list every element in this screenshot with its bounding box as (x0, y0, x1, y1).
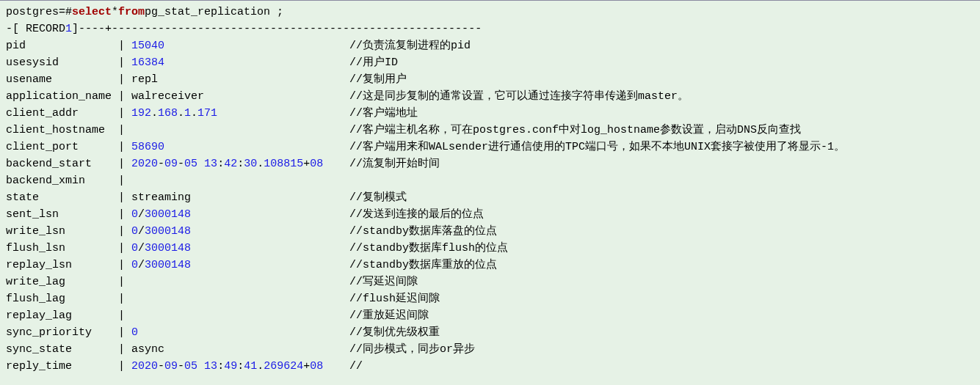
record-row-client-addr: client_addr| 192.168.1.171//客户端地址 (6, 105, 974, 122)
field-value: 0 (131, 324, 349, 341)
field-comment: //流复制开始时间 (349, 155, 440, 172)
field-name: flush_lsn (6, 240, 118, 257)
field-comment: //负责流复制进程的pid (349, 37, 471, 54)
column-separator: | (118, 240, 131, 257)
column-separator: | (118, 172, 131, 189)
field-name: flush_lag (6, 290, 118, 307)
psql-prompt: postgres=# (6, 4, 72, 21)
record-row-reply-time: reply_time| 2020-09-05 13:49:41.269624+0… (6, 358, 974, 375)
record-row-flush-lsn: flush_lsn| 0/3000148//standby数据库flush的位点 (6, 240, 974, 257)
terminal-output: postgres=# select * from pg_stat_replica… (6, 4, 974, 375)
field-comment: //发送到连接的最后的位点 (349, 206, 484, 223)
column-separator: | (118, 139, 131, 155)
keyword-select: select (72, 4, 112, 21)
column-separator: | (118, 274, 131, 290)
field-comment: //写延迟间隙 (349, 274, 418, 290)
field-comment: //用户ID (349, 54, 398, 71)
column-separator: | (118, 54, 131, 71)
field-value (131, 290, 349, 307)
field-name: pid (6, 37, 118, 54)
field-value: streaming (131, 189, 349, 206)
column-separator: | (118, 307, 131, 324)
field-comment: //复制用户 (349, 71, 407, 88)
field-value (131, 122, 349, 139)
field-name: client_hostname (6, 122, 118, 139)
field-value (131, 307, 349, 324)
field-name: client_addr (6, 105, 118, 122)
field-name: sent_lsn (6, 206, 118, 223)
field-value: 16384 (131, 54, 349, 71)
field-name: usesysid (6, 54, 118, 71)
field-comment: //这是同步复制的通常设置，它可以通过连接字符串传递到master。 (349, 88, 689, 105)
field-value: 58690 (131, 139, 349, 155)
column-separator: | (118, 341, 131, 358)
record-row-state: state| streaming//复制模式 (6, 189, 974, 206)
column-separator: | (118, 155, 131, 172)
record-row-client-port: client_port| 58690//客户端用来和WALsender进行通信使… (6, 139, 974, 155)
column-separator: | (118, 189, 131, 206)
field-value: 2020-09-05 13:42:30.108815+08 (131, 155, 349, 172)
field-value: repl (131, 71, 349, 88)
field-name: replay_lsn (6, 257, 118, 274)
column-separator: | (118, 223, 131, 240)
field-comment: //客户端主机名称，可在postgres.conf中对log_hostname参… (349, 122, 801, 139)
field-name: state (6, 189, 118, 206)
field-value: async (131, 341, 349, 358)
field-value (131, 274, 349, 290)
record-row-backend-start: backend_start| 2020-09-05 13:42:30.10881… (6, 155, 974, 172)
field-name: replay_lag (6, 307, 118, 324)
sql-query-line: postgres=# select * from pg_stat_replica… (6, 4, 974, 21)
record-row-sync-priority: sync_priority| 0//复制优先级权重 (6, 324, 974, 341)
field-comment: // (349, 358, 363, 375)
field-value: 192.168.1.171 (131, 105, 349, 122)
field-name: usename (6, 71, 118, 88)
field-name: reply_time (6, 358, 118, 375)
column-separator: | (118, 324, 131, 341)
record-row-write-lsn: write_lsn| 0/3000148//standby数据库落盘的位点 (6, 223, 974, 240)
record-row-client-hostname: client_hostname| //客户端主机名称，可在postgres.co… (6, 122, 974, 139)
column-separator: | (118, 358, 131, 375)
record-row-replay-lag: replay_lag| //重放延迟间隙 (6, 307, 974, 324)
field-value: walreceiver (131, 88, 349, 105)
field-name: backend_xmin (6, 172, 118, 189)
field-comment: //standby数据库flush的位点 (349, 240, 508, 257)
field-comment: //复制模式 (349, 189, 407, 206)
field-value: 0/3000148 (131, 223, 349, 240)
field-name: sync_state (6, 341, 118, 358)
field-comment: //flush延迟间隙 (349, 290, 440, 307)
record-row-replay-lsn: replay_lsn| 0/3000148//standby数据库重放的位点 (6, 257, 974, 274)
field-comment: //复制优先级权重 (349, 324, 440, 341)
field-value: 0/3000148 (131, 257, 349, 274)
record-row-write-lag: write_lag| //写延迟间隙 (6, 274, 974, 290)
record-row-usename: usename| repl//复制用户 (6, 71, 974, 88)
field-name: write_lsn (6, 223, 118, 240)
field-comment: //standby数据库落盘的位点 (349, 223, 497, 240)
field-value: 15040 (131, 37, 349, 54)
field-value: 0/3000148 (131, 240, 349, 257)
record-row-sync-state: sync_state| async//同步模式，同步or异步 (6, 341, 974, 358)
field-comment: //同步模式，同步or异步 (349, 341, 475, 358)
column-separator: | (118, 105, 131, 122)
field-value (131, 172, 349, 189)
record-header: -[ RECORD 1 ]----+----------------------… (6, 21, 974, 37)
column-separator: | (118, 122, 131, 139)
keyword-from: from (118, 4, 145, 21)
record-row-usesysid: usesysid| 16384//用户ID (6, 54, 974, 71)
column-separator: | (118, 257, 131, 274)
column-separator: | (118, 71, 131, 88)
field-comment: //standby数据库重放的位点 (349, 257, 497, 274)
column-separator: | (118, 206, 131, 223)
field-value: 2020-09-05 13:49:41.269624+08 (131, 358, 349, 375)
field-name: sync_priority (6, 324, 118, 341)
field-name: client_port (6, 139, 118, 155)
record-row-flush-lag: flush_lag| //flush延迟间隙 (6, 290, 974, 307)
field-name: backend_start (6, 155, 118, 172)
column-separator: | (118, 37, 131, 54)
record-number: 1 (65, 21, 72, 37)
record-row-application-name: application_name| walreceiver//这是同步复制的通常… (6, 88, 974, 105)
record-row-sent-lsn: sent_lsn| 0/3000148//发送到连接的最后的位点 (6, 206, 974, 223)
record-row-backend-xmin: backend_xmin| (6, 172, 974, 189)
table-name: pg_stat_replication ; (145, 4, 283, 21)
field-name: write_lag (6, 274, 118, 290)
field-comment: //客户端地址 (349, 105, 418, 122)
